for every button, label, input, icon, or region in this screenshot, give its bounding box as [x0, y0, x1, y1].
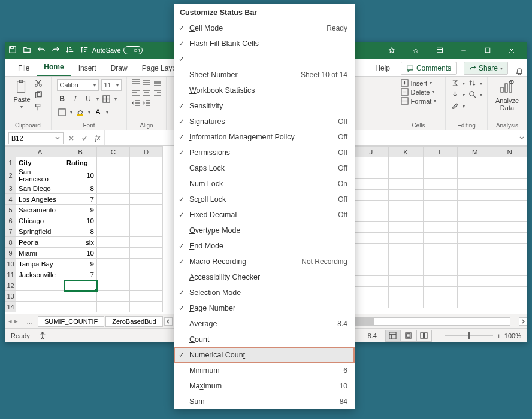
- menu-item[interactable]: ✓Scroll LockOff: [174, 192, 355, 207]
- menu-item[interactable]: ✓Cell ModeReady: [174, 20, 355, 36]
- hscroll-left-icon[interactable]: [164, 317, 173, 326]
- increase-indent-icon[interactable]: [143, 99, 151, 108]
- view-pagebreak-icon[interactable]: [416, 330, 432, 342]
- save-icon[interactable]: [8, 45, 17, 55]
- menu-item[interactable]: ✓Information Management PolicyOff: [174, 129, 355, 145]
- sort-asc-icon[interactable]: [66, 45, 74, 55]
- autosave-toggle[interactable]: AutoSave Off: [92, 46, 143, 54]
- align-center-icon[interactable]: [143, 89, 151, 98]
- menu-item[interactable]: ✓Flash Fill Blank Cells: [174, 36, 355, 51]
- comments-button[interactable]: Comments: [401, 62, 457, 75]
- menu-item[interactable]: Count: [174, 332, 355, 347]
- align-middle-icon[interactable]: [143, 79, 151, 87]
- analyze-data-button[interactable]: [499, 79, 515, 96]
- menu-item[interactable]: Average8.4: [174, 316, 355, 332]
- menu-item[interactable]: Sheet NumberSheet 10 of 14: [174, 67, 355, 83]
- menu-item[interactable]: ✓End Mode: [174, 238, 355, 254]
- menu-item[interactable]: ✓Fixed DecimalOff: [174, 207, 355, 223]
- sort-desc-icon[interactable]: [80, 45, 89, 55]
- sheet-tab-1[interactable]: SUMIF_COUNTIF: [38, 316, 104, 327]
- align-left-icon[interactable]: [132, 89, 140, 98]
- open-icon[interactable]: [23, 45, 31, 55]
- menu-item[interactable]: Num LockOn: [174, 176, 355, 192]
- formula-expand-icon[interactable]: [516, 135, 527, 141]
- align-top-icon[interactable]: [132, 79, 140, 87]
- fx-icon[interactable]: fx: [91, 133, 104, 142]
- menu-item[interactable]: ✓Page Number: [174, 300, 355, 316]
- undo-icon[interactable]: [37, 45, 46, 55]
- grid-left[interactable]: ABCD1CityRating2San Francisco103San Dieg…: [5, 146, 163, 312]
- format-painter-icon[interactable]: [34, 103, 43, 113]
- minimize-icon[interactable]: [452, 42, 476, 59]
- menu-item[interactable]: Overtype Mode: [174, 223, 355, 238]
- fill-color-icon[interactable]: [75, 107, 86, 117]
- menu-item[interactable]: Workbook Statistics: [174, 83, 355, 98]
- italic-button[interactable]: I: [70, 93, 81, 104]
- font-color-icon[interactable]: A: [93, 107, 104, 117]
- underline-button[interactable]: U: [83, 93, 94, 104]
- enter-formula-icon[interactable]: [78, 135, 91, 141]
- tab-draw[interactable]: Draw: [104, 60, 135, 76]
- borders-icon[interactable]: [57, 107, 68, 117]
- delete-cells-button[interactable]: Delete▾: [401, 88, 435, 96]
- align-right-icon[interactable]: [153, 89, 162, 98]
- fill-icon[interactable]: [451, 90, 459, 99]
- zoom-slider[interactable]: − + 100%: [438, 332, 521, 339]
- horizontal-scrollbar[interactable]: [340, 317, 510, 326]
- hscroll-right-icon[interactable]: [519, 317, 527, 326]
- menu-item[interactable]: Maximum10: [174, 378, 355, 394]
- grid-right[interactable]: JKLMN: [353, 146, 527, 308]
- tab-insert[interactable]: Insert: [71, 60, 104, 76]
- copy-icon[interactable]: [34, 91, 43, 101]
- autosum-icon[interactable]: [451, 79, 459, 88]
- view-pagelayout-icon[interactable]: [401, 330, 416, 342]
- align-bottom-icon[interactable]: [153, 79, 162, 87]
- format-cells-button[interactable]: Format▾: [401, 97, 437, 105]
- redo-icon[interactable]: [52, 45, 60, 55]
- share-button[interactable]: Share ▾: [464, 62, 508, 75]
- menu-item[interactable]: Sum84: [174, 394, 355, 409]
- menu-item[interactable]: ✓Macro RecordingNot Recording: [174, 254, 355, 269]
- next-sheet-icon[interactable]: ▸: [14, 317, 18, 325]
- tab-file[interactable]: File: [11, 60, 37, 76]
- menu-item[interactable]: ✓Selection Mode: [174, 285, 355, 300]
- close-icon[interactable]: [500, 42, 524, 59]
- zoom-level[interactable]: 100%: [504, 332, 521, 339]
- view-normal-icon[interactable]: [385, 330, 401, 342]
- coming-soon-icon[interactable]: [404, 42, 428, 59]
- tab-help[interactable]: Help: [368, 60, 397, 76]
- customize-status-bar-menu[interactable]: Customize Status Bar ✓Cell ModeReady✓Fla…: [174, 4, 355, 409]
- prev-sheet-icon[interactable]: ◂: [8, 317, 12, 325]
- notifications-icon[interactable]: [512, 68, 527, 76]
- menu-item[interactable]: ✓Numerical Count: [174, 347, 355, 363]
- sheet-tab-2[interactable]: ZeroBasedBud: [105, 316, 162, 327]
- border-button[interactable]: [101, 93, 112, 104]
- menu-item[interactable]: Caps LockOff: [174, 160, 355, 176]
- font-name-dropdown[interactable]: Calibri▾: [57, 79, 99, 91]
- menu-item[interactable]: ✓: [174, 51, 355, 67]
- sheet-list-icon[interactable]: …: [22, 318, 38, 325]
- clear-icon[interactable]: [451, 102, 459, 111]
- cancel-formula-icon[interactable]: [65, 135, 78, 141]
- menu-item[interactable]: ✓Sensitivity: [174, 98, 355, 114]
- sortfilter-icon[interactable]: [468, 79, 476, 88]
- ribbon-display-icon[interactable]: [428, 42, 452, 59]
- tab-home[interactable]: Home: [37, 59, 71, 76]
- font-size-dropdown[interactable]: 11▾: [101, 79, 122, 91]
- cut-icon[interactable]: [34, 79, 43, 89]
- find-icon[interactable]: [468, 90, 476, 99]
- paste-button[interactable]: Paste ▾: [13, 79, 30, 110]
- accessibility-icon[interactable]: [38, 332, 47, 340]
- menu-item[interactable]: ✓SignaturesOff: [174, 114, 355, 129]
- zoom-out-icon[interactable]: −: [438, 332, 442, 339]
- menu-item[interactable]: Accessibility Checker: [174, 269, 355, 285]
- premium-icon[interactable]: [380, 42, 404, 59]
- decrease-indent-icon[interactable]: [132, 99, 140, 108]
- insert-cells-button[interactable]: Insert▾: [401, 79, 433, 87]
- name-box[interactable]: B12: [8, 132, 64, 144]
- zoom-in-icon[interactable]: +: [497, 332, 500, 339]
- menu-item[interactable]: ✓PermissionsOff: [174, 145, 355, 160]
- menu-item[interactable]: Minimum6: [174, 363, 355, 378]
- maximize-icon[interactable]: [476, 42, 500, 59]
- bold-button[interactable]: B: [57, 93, 68, 104]
